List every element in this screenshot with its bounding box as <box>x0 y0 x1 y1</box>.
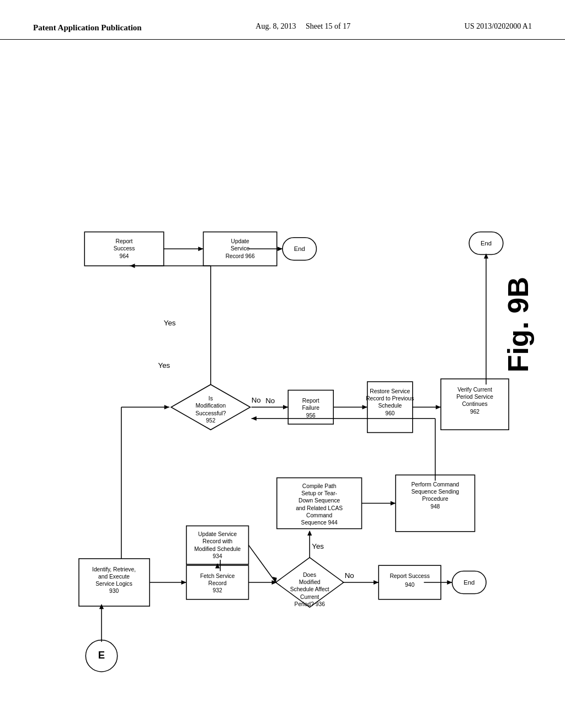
svg-text:Failure: Failure <box>302 405 320 411</box>
diagram-area: Yes No Yes No <box>0 40 565 718</box>
svg-text:Update: Update <box>231 238 249 244</box>
svg-text:End: End <box>294 245 305 252</box>
svg-text:Record with: Record with <box>202 538 232 544</box>
svg-text:Service: Service <box>231 245 249 251</box>
svg-text:End: End <box>481 240 492 247</box>
publication-date: Aug. 8, 2013 <box>255 22 296 30</box>
svg-text:964: 964 <box>119 253 129 259</box>
svg-text:Schedule: Schedule <box>378 403 402 409</box>
svg-text:Current: Current <box>300 594 319 600</box>
svg-marker-27 <box>283 405 288 409</box>
svg-text:Yes: Yes <box>158 361 170 370</box>
svg-text:Service Logics: Service Logics <box>95 581 132 587</box>
svg-text:Record to Previous: Record to Previous <box>366 395 414 402</box>
svg-text:932: 932 <box>213 587 222 593</box>
svg-text:No: No <box>265 397 275 405</box>
svg-marker-16 <box>447 580 452 585</box>
svg-marker-36 <box>198 247 203 251</box>
svg-text:Perform Command: Perform Command <box>411 481 459 488</box>
svg-text:948: 948 <box>430 504 440 510</box>
svg-text:No: No <box>345 571 354 580</box>
svg-text:Down Sequence: Down Sequence <box>299 497 340 504</box>
svg-text:Continues: Continues <box>462 401 487 407</box>
svg-text:Modified Schedule: Modified Schedule <box>194 546 241 552</box>
svg-text:934: 934 <box>213 553 222 559</box>
svg-text:Setup or Tear-: Setup or Tear- <box>301 490 337 496</box>
flowchart-svg: Yes No Yes No <box>0 40 565 718</box>
patent-number: US 2013/0202000 A1 <box>465 22 532 31</box>
svg-marker-18 <box>391 501 396 505</box>
svg-marker-3 <box>182 580 186 585</box>
svg-text:940: 940 <box>405 582 414 588</box>
svg-text:Period? 936: Period? 936 <box>295 601 326 607</box>
svg-text:Restore Service: Restore Service <box>370 388 410 394</box>
svg-text:Modification: Modification <box>195 403 226 409</box>
svg-text:Compile Path: Compile Path <box>302 483 337 489</box>
svg-text:Report: Report <box>116 238 133 244</box>
svg-text:Is: Is <box>209 395 213 402</box>
svg-marker-38 <box>278 247 282 251</box>
svg-text:930: 930 <box>109 588 119 594</box>
svg-marker-21 <box>252 416 257 421</box>
svg-text:Modified: Modified <box>299 579 321 585</box>
svg-text:Identify, Retrieve,: Identify, Retrieve, <box>92 566 136 572</box>
svg-text:Report: Report <box>302 398 319 404</box>
svg-text:960: 960 <box>385 410 395 416</box>
svg-text:Update Service: Update Service <box>198 531 237 537</box>
svg-marker-30 <box>363 405 367 409</box>
svg-marker-10 <box>307 531 312 536</box>
svg-text:No: No <box>252 396 261 404</box>
svg-text:Success: Success <box>114 245 135 251</box>
svg-text:and Related LCAS: and Related LCAS <box>296 505 343 511</box>
svg-text:Verify Current: Verify Current <box>457 387 492 393</box>
svg-line-64 <box>249 545 276 582</box>
svg-marker-13 <box>374 580 379 585</box>
svg-text:Successful?: Successful? <box>195 410 226 416</box>
svg-text:Sequence Sending: Sequence Sending <box>411 489 459 495</box>
svg-text:Yes: Yes <box>312 542 324 550</box>
header-date-sheet: Aug. 8, 2013 Sheet 15 of 17 <box>255 22 350 31</box>
svg-text:and Execute: and Execute <box>98 574 130 580</box>
svg-text:Period Service: Period Service <box>456 394 493 400</box>
svg-text:Fetch Service: Fetch Service <box>200 573 235 579</box>
page-header: Patent Application Publication Aug. 8, 2… <box>0 0 565 40</box>
svg-text:Record 966: Record 966 <box>226 253 255 259</box>
svg-text:952: 952 <box>206 417 215 424</box>
svg-text:Does: Does <box>303 572 316 578</box>
svg-text:Record: Record <box>209 580 227 586</box>
svg-text:Sequence 944: Sequence 944 <box>301 520 338 526</box>
svg-text:End: End <box>463 579 475 586</box>
figure-label: Fig. 9B <box>502 277 535 372</box>
publication-title: Patent Application Publication <box>33 22 142 34</box>
svg-text:Command: Command <box>306 512 333 518</box>
svg-text:Schedule Affect: Schedule Affect <box>290 586 329 592</box>
svg-text:E: E <box>98 649 105 661</box>
svg-text:956: 956 <box>306 413 316 419</box>
sheet-info: Sheet 15 of 17 <box>306 22 350 30</box>
svg-marker-6 <box>164 405 169 409</box>
svg-text:Yes: Yes <box>164 319 176 327</box>
svg-text:Report Success: Report Success <box>390 573 429 579</box>
svg-text:962: 962 <box>470 409 479 415</box>
svg-text:Procedure: Procedure <box>422 496 449 502</box>
svg-marker-32 <box>436 405 441 409</box>
